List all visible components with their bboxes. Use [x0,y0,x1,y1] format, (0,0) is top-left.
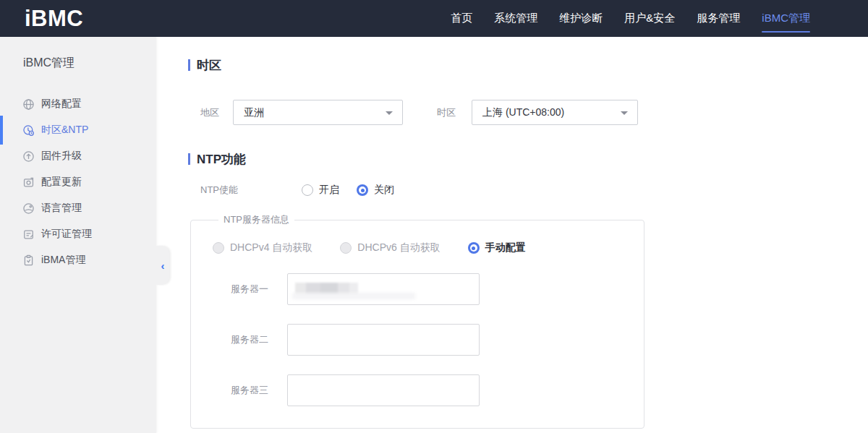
radio-label: DHCPv4 自动获取 [230,241,312,254]
radio-selected-icon [468,242,480,254]
radio-selected-icon [357,184,368,196]
sidebar-item-timezone-ntp[interactable]: 时区&NTP [0,117,156,143]
timezone-select[interactable]: 上海 (UTC+08:00) [472,100,638,125]
main-content: 时区 地区 亚洲 时区 上海 (UTC+08:00) NTP功能 NTP使能 开… [156,37,868,433]
ntp-enable-row: NTP使能 开启 关闭 [188,184,868,197]
caret-down-icon [386,111,393,115]
timezone-label: 时区 [437,106,472,119]
server-three-input[interactable] [287,374,480,406]
radio-label: DHCPv6 自动获取 [357,241,440,254]
timezone-form-row: 地区 亚洲 时区 上海 (UTC+08:00) [188,100,868,125]
server-three-row: 服务器三 [213,374,644,406]
sidebar-item-config-update[interactable]: 配置更新 [0,169,156,195]
region-selected-value: 亚洲 [234,106,264,119]
top-bar: iBMC 首页 系统管理 维护诊断 用户&安全 服务管理 iBMC管理 [0,0,868,37]
ntp-server-info-group: NTP服务器信息 DHCPv4 自动获取 DHCPv6 自动获取 手动配置 服务… [190,213,644,429]
sidebar-item-firmware-upgrade[interactable]: 固件升级 [0,143,156,169]
server-two-label: 服务器二 [213,333,287,346]
sidebar-item-network-config[interactable]: 网络配置 [0,91,156,117]
section-title-text: 时区 [197,57,221,74]
redacted-smear [292,293,415,299]
sidebar-item-language-management[interactable]: 语言管理 [0,195,156,221]
ntp-server-info-legend: NTP服务器信息 [218,213,294,226]
sidebar-item-ibma-management[interactable]: iBMA管理 [0,247,156,273]
nav-home[interactable]: 首页 [451,0,472,37]
sidebar-item-license-management[interactable]: 许可证管理 [0,221,156,247]
server-three-label: 服务器三 [213,384,287,397]
sidebar-item-label: 许可证管理 [41,228,92,241]
dhcpv4-auto-radio[interactable]: DHCPv4 自动获取 [213,241,312,254]
accent-bar [188,153,190,165]
sidebar-item-label: iBMA管理 [41,254,85,267]
language-icon [22,202,35,215]
ntp-enable-off-radio[interactable]: 关闭 [357,184,394,197]
timezone-selected-value: 上海 (UTC+08:00) [472,106,564,119]
nav-system-management[interactable]: 系统管理 [494,0,537,37]
server-one-row: 服务器一 [213,273,644,305]
upgrade-icon [22,150,35,163]
nav-maintenance-diagnosis[interactable]: 维护诊断 [559,0,603,37]
nav-service-management[interactable]: 服务管理 [697,0,740,37]
manual-config-radio[interactable]: 手动配置 [468,241,526,254]
radio-disabled-icon [340,242,352,254]
accent-bar [188,59,190,71]
sidebar-item-label: 语言管理 [41,202,82,215]
license-icon [22,228,35,241]
radio-label: 手动配置 [485,241,526,254]
ntp-section-title: NTP功能 [188,153,868,166]
server-two-input[interactable] [287,324,480,356]
sidebar-item-label: 时区&NTP [41,124,88,137]
radio-disabled-icon [213,242,224,254]
sidebar: iBMC管理 网络配置 时区&NTP [0,37,156,433]
clock-icon [22,124,35,137]
server-one-label: 服务器一 [213,283,287,296]
sidebar-collapse-button[interactable]: ‹ [156,246,169,285]
region-select[interactable]: 亚洲 [233,100,403,125]
timezone-section-title: 时区 [188,59,868,72]
top-navigation: 首页 系统管理 维护诊断 用户&安全 服务管理 iBMC管理 [451,0,810,37]
caret-down-icon [621,111,628,115]
region-label: 地区 [200,106,233,119]
server-one-input[interactable] [287,273,480,305]
ntp-server-mode-row: DHCPv4 自动获取 DHCPv6 自动获取 手动配置 [213,241,644,254]
chevron-left-icon: ‹ [161,260,165,271]
nav-ibmc-management[interactable]: iBMC管理 [762,0,810,37]
sidebar-title: iBMC管理 [23,56,156,71]
config-update-icon [22,176,35,189]
dhcpv6-auto-radio[interactable]: DHCPv6 自动获取 [340,241,440,254]
radio-label: 关闭 [374,184,394,197]
clipboard-icon [22,254,35,267]
ibmc-logo: iBMC [25,6,83,32]
nav-user-security[interactable]: 用户&安全 [624,0,675,37]
sidebar-menu: 网络配置 时区&NTP 固件升级 [0,91,156,273]
server-two-row: 服务器二 [213,324,644,356]
radio-unselected-icon [302,184,313,196]
sidebar-item-label: 固件升级 [41,150,82,163]
radio-label: 开启 [319,184,339,197]
ntp-enable-label: NTP使能 [200,184,302,197]
sidebar-item-label: 网络配置 [41,98,82,111]
sidebar-item-label: 配置更新 [41,176,82,189]
globe-icon [22,98,35,111]
ntp-enable-on-radio[interactable]: 开启 [302,184,339,197]
section-title-text: NTP功能 [197,151,246,168]
